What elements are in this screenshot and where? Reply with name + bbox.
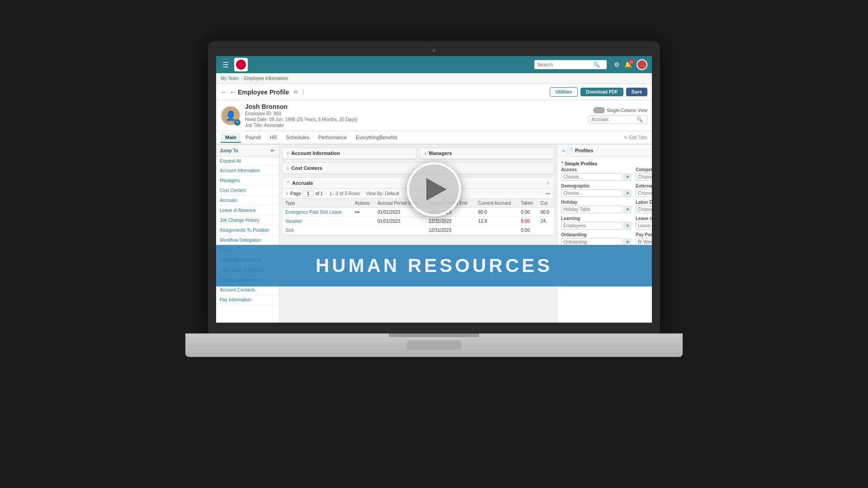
- laptop-camera: [432, 49, 436, 52]
- play-button[interactable]: [407, 162, 461, 216]
- hr-banner-text: HUMAN RESOURCES: [316, 255, 552, 276]
- laptop-screen: ☰ 🔍 ⚙ 🔔 10: [216, 56, 652, 323]
- screen-bezel: ☰ 🔍 ⚙ 🔔 10: [208, 41, 660, 334]
- hr-banner: HUMAN RESOURCES: [216, 245, 652, 286]
- video-overlay: HUMAN RESOURCES: [216, 56, 652, 323]
- laptop-shell: ☰ 🔍 ⚙ 🔔 10: [185, 41, 683, 447]
- laptop-hinge: [389, 333, 479, 337]
- laptop-base: [185, 333, 683, 357]
- laptop-touchpad[interactable]: [407, 341, 461, 350]
- play-triangle-icon: [426, 178, 447, 201]
